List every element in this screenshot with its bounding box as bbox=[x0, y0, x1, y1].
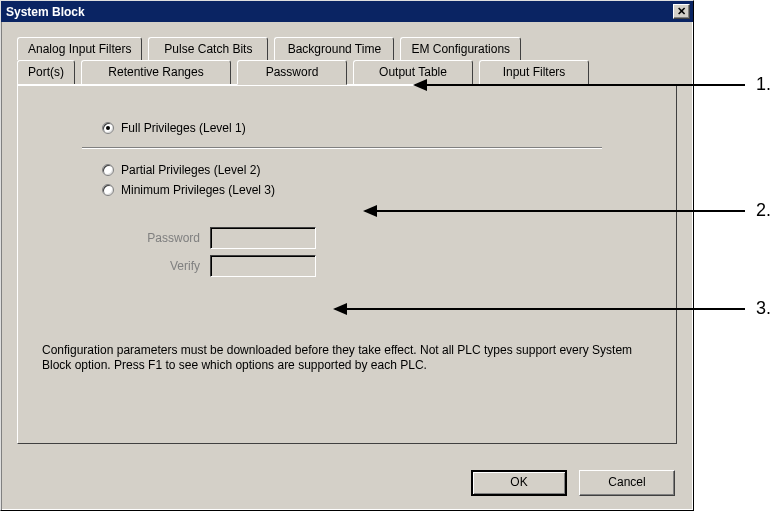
radio-label: Full Privileges (Level 1) bbox=[121, 121, 246, 135]
tab-analog-input-filters[interactable]: Analog Input Filters bbox=[17, 37, 142, 60]
tab-background-time[interactable]: Background Time bbox=[274, 37, 394, 60]
annotation-arrow-2 bbox=[365, 210, 745, 212]
tab-input-filters[interactable]: Input Filters bbox=[479, 60, 589, 85]
radio-label: Minimum Privileges (Level 3) bbox=[121, 183, 275, 197]
verify-field-row: Verify bbox=[126, 255, 652, 277]
verify-label: Verify bbox=[126, 259, 200, 273]
tab-rows: Analog Input Filters Pulse Catch Bits Ba… bbox=[17, 36, 677, 84]
radio-icon bbox=[102, 184, 114, 196]
radio-icon bbox=[102, 164, 114, 176]
ok-button[interactable]: OK bbox=[471, 470, 567, 496]
password-panel: Full Privileges (Level 1) Partial Privil… bbox=[17, 84, 677, 444]
window-title: System Block bbox=[6, 5, 85, 19]
close-button[interactable]: ✕ bbox=[673, 4, 690, 19]
system-block-dialog: System Block ✕ Analog Input Filters Puls… bbox=[0, 0, 694, 511]
password-input[interactable] bbox=[210, 227, 316, 249]
annotation-label-3: 3. bbox=[756, 298, 771, 319]
dialog-content: Analog Input Filters Pulse Catch Bits Ba… bbox=[1, 22, 693, 510]
password-label: Password bbox=[126, 231, 200, 245]
privilege-radio-group: Full Privileges (Level 1) bbox=[102, 121, 652, 135]
radio-icon bbox=[102, 122, 114, 134]
privilege-radio-group-lower: Partial Privileges (Level 2) Minimum Pri… bbox=[102, 163, 652, 197]
tab-pulse-catch-bits[interactable]: Pulse Catch Bits bbox=[148, 37, 268, 60]
tab-ports[interactable]: Port(s) bbox=[17, 60, 75, 85]
close-icon: ✕ bbox=[677, 5, 686, 17]
annotation-label-2: 2. bbox=[756, 200, 771, 221]
cancel-button[interactable]: Cancel bbox=[579, 470, 675, 496]
annotation-arrow-1 bbox=[415, 84, 745, 86]
radio-minimum-privileges[interactable]: Minimum Privileges (Level 3) bbox=[102, 183, 652, 197]
annotation-label-1: 1. bbox=[756, 74, 771, 95]
button-row: OK Cancel bbox=[471, 470, 675, 496]
radio-full-privileges[interactable]: Full Privileges (Level 1) bbox=[102, 121, 652, 135]
tab-row-bottom: Port(s) Retentive Ranges Password Output… bbox=[17, 59, 677, 84]
tab-password[interactable]: Password bbox=[237, 60, 347, 85]
separator bbox=[82, 147, 602, 149]
password-field-row: Password bbox=[126, 227, 652, 249]
verify-input[interactable] bbox=[210, 255, 316, 277]
footer-text: Configuration parameters must be downloa… bbox=[42, 343, 652, 373]
radio-partial-privileges[interactable]: Partial Privileges (Level 2) bbox=[102, 163, 652, 177]
radio-label: Partial Privileges (Level 2) bbox=[121, 163, 260, 177]
tab-row-top: Analog Input Filters Pulse Catch Bits Ba… bbox=[17, 36, 677, 59]
tab-em-configurations[interactable]: EM Configurations bbox=[400, 37, 521, 60]
tab-retentive-ranges[interactable]: Retentive Ranges bbox=[81, 60, 231, 85]
annotation-arrow-3 bbox=[335, 308, 745, 310]
titlebar: System Block ✕ bbox=[1, 1, 693, 22]
